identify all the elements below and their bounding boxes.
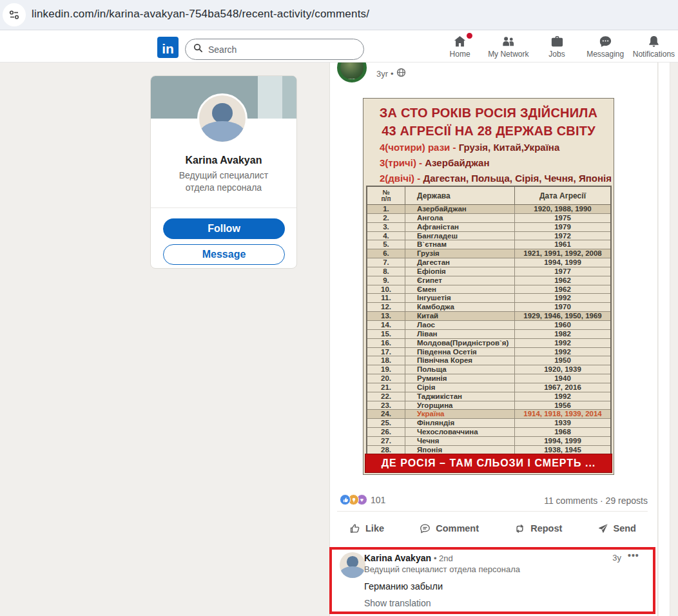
table-row: 13.Китай1929, 1946, 1950, 1969 [367, 312, 610, 321]
profile-card: Karina Avakyan Ведущий специалист отдела… [150, 75, 297, 269]
comment-author-headline: Ведущий специалист отдела персонала [364, 564, 520, 574]
comment-timestamp: 3y [599, 553, 621, 563]
notifications-icon [646, 34, 661, 49]
page-right-gutter [659, 63, 670, 616]
table-row: 11.Інгушетія1992 [367, 294, 610, 303]
table-row: 22.Таджикістан1992 [367, 392, 610, 401]
table-row: 16.Молдова(Придністров`я)1992 [367, 339, 610, 348]
table-row: 14.Лаос1960 [367, 321, 610, 330]
nav-notifications[interactable]: Notifications [630, 30, 678, 63]
url-text[interactable]: linkedin.com/in/karina-avakyan-754ba548/… [32, 8, 369, 21]
my-network-icon [501, 34, 516, 49]
table-row: 8.Ефіопія1977 [367, 267, 610, 276]
table-row: 26.Чехословаччина1968 [367, 428, 610, 437]
table-row: 10.Ємен1962 [367, 285, 610, 294]
search-box[interactable] [185, 39, 364, 60]
linkedin-header: in Home My Network Jobs M [0, 30, 678, 63]
messaging-icon [598, 34, 613, 49]
table-row: 19.Польща1920, 1939 [367, 365, 610, 374]
message-button[interactable]: Message [163, 244, 285, 265]
image-intro-line: 3(тричі) - Азербайджан [380, 157, 609, 173]
table-row: 21.Сірія1967, 2016 [367, 383, 610, 392]
show-translation-link[interactable]: Show translation [364, 598, 431, 608]
browser-tune-icon[interactable] [3, 3, 26, 26]
search-icon [193, 43, 203, 55]
table-row: 12.Камбоджа1970 [367, 303, 610, 312]
nav-my-network[interactable]: My Network [484, 30, 532, 63]
global-nav: Home My Network Jobs Messaging Notificat… [436, 30, 678, 63]
profile-headline: Ведущий специалист отдела персонала [151, 169, 296, 194]
profile-name[interactable]: Karina Avakyan [151, 155, 296, 166]
table-row: 2.Ангола1975 [367, 214, 610, 223]
post-image[interactable]: ЗА СТО РОКІВ РОСІЯ ЗДІЙСНИЛА 43 АГРЕСІЇ … [363, 98, 614, 475]
comment-text: Германию забыли [364, 581, 443, 592]
search-input[interactable] [208, 44, 344, 55]
divider [337, 511, 648, 512]
post-timestamp: 3yr• [376, 68, 406, 79]
jobs-icon [550, 34, 565, 49]
image-title-line1: ЗА СТО РОКІВ РОСІЯ ЗДІЙСНИЛА [363, 106, 614, 120]
table-row: 5.В`єтнам1961 [367, 240, 610, 249]
table-row: 25.Фінляндія1939 [367, 419, 610, 428]
card-divider [151, 207, 296, 208]
table-row: 3.Афганістан1979 [367, 223, 610, 232]
repost-button[interactable]: Repost [507, 515, 568, 541]
comments-reposts-count[interactable]: 11 comments · 29 reposts [458, 496, 648, 506]
home-notification-badge [465, 32, 474, 40]
follow-button[interactable]: Follow [163, 218, 285, 239]
repost-icon [514, 523, 526, 535]
table-row: 6.Грузія1921, 1991, 1992, 2008 [367, 249, 610, 258]
like-reaction-icon [340, 494, 351, 505]
browser-address-bar[interactable]: linkedin.com/in/karina-avakyan-754ba548/… [0, 0, 678, 30]
linkedin-logo[interactable]: in [157, 37, 179, 58]
like-button[interactable]: Like [342, 515, 391, 541]
table-row: 4.Бангладеш1972 [367, 232, 610, 241]
aggressions-table: №п/п Держава Дата Агресії 1.Азербайджан1… [366, 186, 612, 456]
image-intro-lines: 4(чотири) рази - Грузія, Китай,Україна3(… [380, 142, 609, 188]
profile-avatar[interactable] [197, 93, 247, 144]
image-title-line2: 43 АГРЕСІЇ НА 28 ДЕРЖАВ СВІТУ [363, 124, 614, 139]
table-body: 1.Азербайджан1920, 1988, 19902.Ангола197… [367, 205, 610, 455]
nav-home[interactable]: Home [436, 30, 484, 63]
send-button[interactable]: Send [591, 515, 643, 541]
comment-author-avatar[interactable] [340, 552, 365, 578]
table-row: 17.Південна Осетія1992 [367, 348, 610, 357]
comment-author-row[interactable]: Karina Avakyan • 2nd [364, 553, 453, 563]
image-footer-banner: ДЕ РОСІЯ – ТАМ СЛЬОЗИ І СМЕРТЬ ... [365, 454, 612, 473]
table-row: 15.Ліван1982 [367, 330, 610, 339]
like-icon [349, 523, 361, 535]
table-row: 7.Дагестан1994, 1999 [367, 258, 610, 267]
table-header-row: №п/п Держава Дата Агресії [367, 187, 610, 205]
comment-author-name: Karina Avakyan [364, 553, 431, 563]
comment-author-degree: • 2nd [434, 553, 453, 563]
table-row: 18.Північна Корея1950 [367, 356, 610, 365]
nav-messaging[interactable]: Messaging [581, 30, 630, 63]
table-row: 27.Чечня1994, 1999 [367, 437, 610, 446]
table-row: 9.Єгипет1962 [367, 276, 610, 285]
post-action-bar: Like Comment Repost Send [342, 515, 643, 541]
image-intro-line: 4(чотири) рази - Грузія, Китай,Україна [380, 142, 609, 157]
comment-icon [419, 523, 431, 535]
table-row: 1.Азербайджан1920, 1988, 1990 [367, 205, 610, 214]
comment-button[interactable]: Comment [412, 515, 485, 541]
reactions-summary[interactable]: ♥ 101 [340, 494, 385, 505]
table-row: 20.Руминія1940 [367, 374, 610, 383]
nav-jobs[interactable]: Jobs [532, 30, 581, 63]
comment-overflow-menu[interactable]: ••• [628, 550, 639, 561]
table-row: 24.Україна1914, 1918, 1939, 2014 [367, 410, 610, 419]
reactions-count: 101 [371, 495, 385, 505]
globe-icon [396, 68, 406, 79]
send-icon [597, 523, 609, 534]
table-row: 23.Угорщина1956 [367, 401, 610, 410]
